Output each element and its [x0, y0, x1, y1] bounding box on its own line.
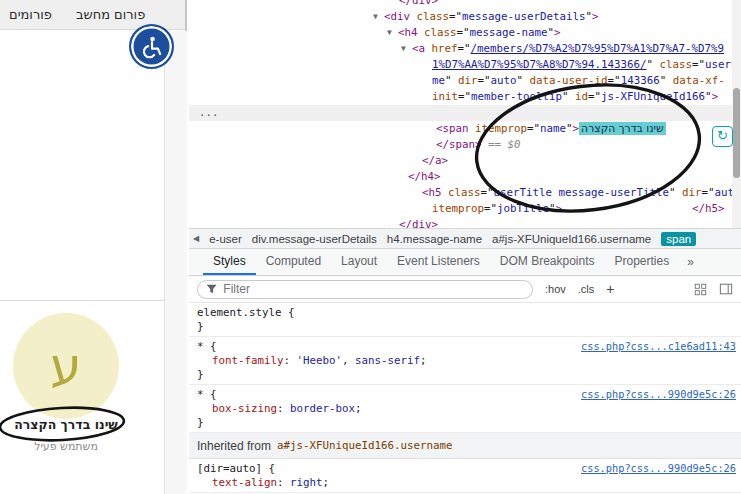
refresh-button[interactable]: ↻ [712, 126, 733, 147]
tree-row[interactable]: </h4> [189, 169, 741, 185]
expand-arrow-icon[interactable]: ▼ [373, 9, 384, 25]
code-token: </h4> [408, 170, 441, 183]
css-token: font-family [212, 354, 284, 367]
tree-row[interactable]: init="member-tooltip" id="js-XFUniqueId1… [189, 89, 741, 105]
tree-row[interactable]: 1%D7%AA%D7%95%D7%A8%D7%94.143366/" class… [189, 57, 741, 73]
code-token: itemprop [432, 202, 484, 215]
grid-icon-button[interactable] [694, 283, 707, 296]
tab-styles[interactable]: Styles [203, 249, 256, 275]
tab-layout[interactable]: Layout [331, 249, 387, 275]
panel-icon-button[interactable] [719, 282, 733, 296]
tree-row[interactable]: me" dir="auto" data-user-id="143366" dat… [189, 73, 741, 89]
stylesheet-link[interactable]: css.php?css...c1e6ad11:43 [581, 340, 736, 352]
code-token: id [575, 90, 588, 103]
stylesheet-link[interactable]: css.php?css...990d9e5c:26 [581, 462, 736, 474]
breadcrumb-item[interactable]: e-user [209, 233, 242, 245]
style-rule: css.php?css...990d9e5c:26* {box-sizing: … [189, 385, 741, 433]
code-token: name [540, 122, 566, 135]
code-token: </span> [436, 138, 482, 151]
post-author-title: משתמש פעיל [0, 440, 132, 453]
code-token: </div> [399, 0, 438, 7]
breadcrumb-back-icon[interactable]: ◀ [193, 234, 199, 243]
tab-event-listeners[interactable]: Event Listeners [387, 249, 490, 275]
code-token: =" [608, 74, 621, 87]
code-token: class [410, 10, 449, 23]
code-token: =" [527, 122, 540, 135]
inherited-from-bar: Inherited froma#js-XFUniqueId166.usernam… [189, 433, 741, 459]
user-avatar[interactable]: ע [13, 313, 119, 419]
tree-row[interactable]: </div> [189, 0, 741, 9]
tree-row[interactable]: ▼<h4 class="message-name"> [189, 25, 741, 41]
code-token: member-tooltip [471, 90, 562, 103]
tree-row[interactable]: ... [189, 105, 741, 121]
code-token: /members/%D7%A2%D7%95%D7%A1%D7%A7-%D7%9 [471, 42, 725, 55]
code-token: data-user-id [530, 74, 608, 87]
code-token [562, 202, 692, 215]
code-token: </h5> [692, 202, 725, 215]
avatar-letter: ע [50, 337, 81, 395]
tab-computer-forum[interactable]: פורום מחשב [76, 7, 145, 22]
code-token: <div [384, 10, 410, 23]
tab-forums[interactable]: פורומים [9, 7, 52, 22]
breadcrumb-item[interactable]: a#js-XFUniqueId166.username [492, 233, 651, 245]
code-token: =" [458, 90, 471, 103]
code-token: class [442, 186, 481, 199]
tree-row[interactable]: </div> [189, 217, 741, 228]
breadcrumb-item[interactable]: span [661, 232, 696, 246]
breadcrumb-items: e-userdiv.message-userDetailsh4.message-… [209, 232, 696, 246]
rule-close-brace: } [197, 416, 735, 430]
code-token: =" [588, 90, 601, 103]
tree-row[interactable]: ▼<div class="message-userDetails"> [189, 9, 741, 25]
filter-text-input[interactable] [223, 282, 524, 296]
code-token: > [554, 26, 561, 39]
scrollbar-thumb[interactable] [733, 88, 740, 178]
tree-row[interactable]: ▼<a href="/members/%D7%A2%D7%95%D7%A1%D7… [189, 41, 741, 57]
css-token: : [277, 476, 290, 489]
css-token: 'Heebo', sans-serif [297, 354, 421, 367]
toggle-element-state-button[interactable]: :hov [545, 283, 566, 295]
tab-properties[interactable]: Properties [605, 249, 680, 275]
post-author-username[interactable]: שינו בדרך הקצרה [0, 417, 132, 432]
tab-dom-breakpoints[interactable]: DOM Breakpoints [490, 249, 605, 275]
css-token: text-align [212, 476, 277, 489]
panel-icon [719, 282, 733, 296]
code-token: me [432, 74, 445, 87]
breadcrumb-item[interactable]: div.message-userDetails [252, 233, 377, 245]
devtools-panel: </div>▼<div class="message-userDetails">… [189, 0, 741, 494]
page-scroll-gutter [164, 31, 187, 494]
css-property[interactable]: box-sizing: border-box; [197, 402, 735, 416]
code-token: </div> [399, 218, 438, 228]
filter-funnel-icon [206, 283, 217, 295]
breadcrumb-bar: ◀ e-userdiv.message-userDetailsh4.messag… [189, 228, 741, 249]
tree-row[interactable]: <span itemprop="name">שינו בדרך הקצרה [189, 121, 741, 137]
tree-row[interactable]: </a> [189, 153, 741, 169]
css-property[interactable]: text-align: right; [197, 476, 735, 490]
expand-arrow-icon[interactable]: ▼ [401, 41, 412, 57]
breadcrumb-item[interactable]: h4.message-name [387, 233, 482, 245]
rule-selector: element.style { [197, 306, 735, 320]
accessibility-button[interactable] [129, 24, 174, 69]
style-rule: css.php?css...c1e6ad11:43* {font-family:… [189, 337, 741, 385]
code-token: 143366 [621, 74, 660, 87]
forum-page: פורומים פורום מחשב ע שינו בדרך הקצרה משת… [0, 0, 187, 494]
code-token: data-xf- [673, 74, 725, 87]
code-token: itemprop [469, 122, 528, 135]
code-token: 1%D7%AA%D7%95%D7%A8%D7%94.143366/ [432, 58, 647, 71]
code-token: =" [692, 58, 705, 71]
code-token: " [562, 90, 575, 103]
inherited-selector-link[interactable]: a#js-XFUniqueId166.username [277, 439, 453, 452]
tab-overflow-button[interactable]: » [679, 249, 702, 275]
grid-icon [694, 283, 707, 296]
element-classes-button[interactable]: .cls [578, 283, 595, 295]
tree-row[interactable]: itemprop="jobTitle"> </h5> [189, 201, 741, 217]
expand-arrow-icon[interactable]: ▼ [387, 25, 398, 41]
css-property[interactable]: font-family: 'Heebo', sans-serif; [197, 354, 735, 368]
code-token: =" [458, 42, 471, 55]
stylesheet-link[interactable]: css.php?css...990d9e5c:26 [581, 388, 736, 400]
new-style-rule-button[interactable]: + [606, 281, 614, 297]
tab-computed[interactable]: Computed [256, 249, 331, 275]
tree-row[interactable]: </span> == $0 [189, 137, 741, 153]
tree-row[interactable]: <h5 class="userTitle message-userTitle" … [189, 185, 741, 201]
style-rule: css.php?css...990d9e5c:26[dir=auto] {tex… [189, 459, 741, 493]
filter-input[interactable] [197, 280, 533, 299]
